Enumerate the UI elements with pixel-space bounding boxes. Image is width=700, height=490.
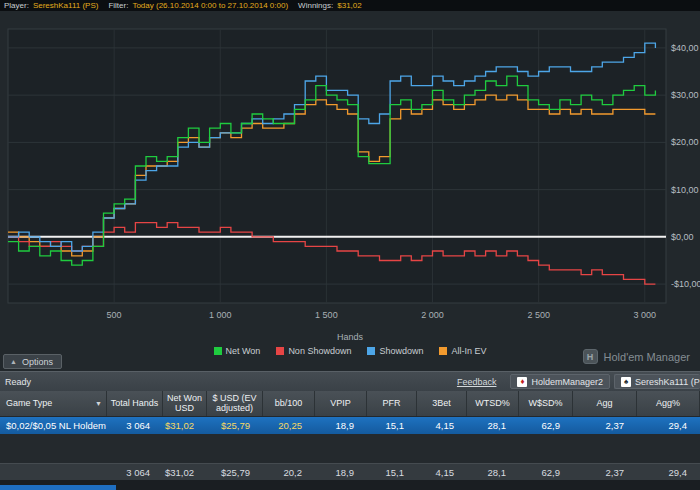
bottom-partial-row bbox=[0, 480, 700, 490]
x-axis-title: Hands bbox=[0, 331, 700, 343]
status-text: Ready bbox=[5, 377, 31, 387]
cell-wsd: 62,9 bbox=[519, 417, 573, 434]
legend-item-all-in-ev: All-In EV bbox=[439, 346, 486, 356]
status-bar: Ready Feedback ♦ HoldemManager2 ♠ Seresh… bbox=[0, 371, 700, 391]
cell-usd-ev-adjusted: $25,79 bbox=[207, 417, 263, 434]
y-tick-label: -$10,00 bbox=[671, 279, 700, 289]
column-header-usd-ev-adjusted[interactable]: $ USD (EV adjusted) bbox=[207, 391, 263, 416]
filter-value: Today (26.10.2014 0:00 to 27.10.2014 0:0… bbox=[132, 0, 288, 11]
table-header-row: Game Type ▼ Total Hands Net Won USD $ US… bbox=[0, 391, 700, 417]
summary-row: 3 064 $31,02 $25,79 20,2 18,9 15,1 4,15 … bbox=[0, 463, 700, 480]
x-tick-label: 2 000 bbox=[421, 310, 444, 320]
summary-usd-ev-adjusted: $25,79 bbox=[207, 464, 263, 481]
legend-label: Net Won bbox=[226, 346, 261, 356]
summary-agg-pct: 29,4 bbox=[637, 464, 700, 481]
column-header-bb100[interactable]: bb/100 bbox=[263, 391, 315, 416]
legend-item-showdown: Showdown bbox=[367, 346, 423, 356]
summary-bb100: 20,2 bbox=[263, 464, 315, 481]
x-tick-label: 1 000 bbox=[209, 310, 232, 320]
y-tick-label: $20,00 bbox=[671, 137, 699, 147]
holdem-manager-brand: H Hold'em Manager bbox=[583, 349, 690, 364]
cell-vpip: 18,9 bbox=[315, 417, 367, 434]
holdem-manager-window: Player: SereshKa111 (PS) Filter: Today (… bbox=[0, 0, 700, 490]
cell-agg: 2,37 bbox=[573, 417, 637, 434]
legend-swatch bbox=[439, 347, 447, 355]
cell-pfr: 15,1 bbox=[367, 417, 417, 434]
cell-wtsd: 28,1 bbox=[467, 417, 519, 434]
column-header-label: Game Type bbox=[6, 399, 52, 409]
x-tick-label: 500 bbox=[107, 310, 122, 320]
tab-label: SereshKa111 (P bbox=[635, 377, 700, 387]
taskbar-tab-player-report[interactable]: ♠ SereshKa111 (P bbox=[614, 374, 700, 389]
tab-label: HoldemManager2 bbox=[531, 377, 603, 387]
legend-item-net-won: Net Won bbox=[214, 346, 261, 356]
cell-total-hands: 3 064 bbox=[107, 417, 163, 434]
summary-total-hands: 3 064 bbox=[107, 464, 163, 481]
partial-selected-row bbox=[0, 485, 116, 490]
filter-label: Filter: bbox=[108, 0, 128, 11]
y-tick-label: $30,00 bbox=[671, 90, 699, 100]
results-graph-panel: 5001 0001 5002 0002 5003 000$40,00$30,00… bbox=[0, 11, 700, 371]
table-row-selected[interactable]: $0,02/$0,05 NL Holdem 3 064 $31,02 $25,7… bbox=[0, 417, 700, 434]
table-empty-area bbox=[0, 434, 700, 463]
column-header-agg-pct[interactable]: Agg% bbox=[637, 391, 700, 416]
column-header-net-won-usd[interactable]: Net Won USD bbox=[163, 391, 207, 416]
x-tick-label: 3 000 bbox=[634, 310, 657, 320]
y-tick-label: $40,00 bbox=[671, 43, 699, 53]
legend-item-non-showdown: Non Showdown bbox=[276, 346, 351, 356]
column-header-pfr[interactable]: PFR bbox=[367, 391, 417, 416]
summary-net-won-usd: $31,02 bbox=[163, 464, 207, 481]
column-header-wtsd[interactable]: WTSD% bbox=[467, 391, 519, 416]
brand-text: Hold'em Manager bbox=[604, 351, 690, 363]
winnings-label: Winnings: bbox=[298, 0, 333, 11]
legend-swatch bbox=[276, 347, 284, 355]
holdem-manager-logo-icon: H bbox=[583, 349, 598, 364]
column-header-total-hands[interactable]: Total Hands bbox=[107, 391, 163, 416]
y-tick-label: $10,00 bbox=[671, 185, 699, 195]
summary-vpip: 18,9 bbox=[315, 464, 367, 481]
summary-agg: 2,37 bbox=[573, 464, 637, 481]
winnings-value: $31,02 bbox=[337, 0, 361, 11]
cell-agg-pct: 29,4 bbox=[637, 417, 700, 434]
collapse-arrow-icon: ▲ bbox=[10, 358, 17, 365]
options-label: Options bbox=[22, 357, 53, 367]
taskbar-tab-hm2[interactable]: ♦ HoldemManager2 bbox=[510, 374, 610, 389]
legend-label: All-In EV bbox=[451, 346, 486, 356]
summary-3bet: 4,15 bbox=[417, 464, 467, 481]
filter-summary-bar: Player: SereshKa111 (PS) Filter: Today (… bbox=[0, 0, 700, 11]
plot-area bbox=[8, 29, 666, 303]
cell-3bet: 4,15 bbox=[417, 417, 467, 434]
x-tick-label: 1 500 bbox=[315, 310, 338, 320]
column-header-vpip[interactable]: VPIP bbox=[315, 391, 367, 416]
x-tick-label: 2 500 bbox=[527, 310, 550, 320]
player-value: SereshKa111 (PS) bbox=[33, 0, 99, 11]
summary-wtsd: 28,1 bbox=[467, 464, 519, 481]
player-label: Player: bbox=[4, 0, 29, 11]
cell-net-won-usd: $31,02 bbox=[163, 417, 207, 434]
cell-game-type: $0,02/$0,05 NL Holdem bbox=[0, 417, 107, 434]
column-header-agg[interactable]: Agg bbox=[573, 391, 637, 416]
player-report-icon: ♠ bbox=[621, 377, 631, 387]
winnings-chart: 5001 0001 5002 0002 5003 000$40,00$30,00… bbox=[0, 11, 700, 331]
hm2-app-icon: ♦ bbox=[517, 377, 527, 387]
y-tick-label: $0,00 bbox=[671, 232, 694, 242]
legend-label: Showdown bbox=[379, 346, 423, 356]
column-header-3bet[interactable]: 3Bet bbox=[417, 391, 467, 416]
feedback-link[interactable]: Feedback bbox=[457, 377, 497, 387]
column-header-game-type[interactable]: Game Type ▼ bbox=[0, 391, 107, 416]
legend-swatch bbox=[214, 347, 222, 355]
summary-wsd: 62,9 bbox=[519, 464, 573, 481]
options-button[interactable]: ▲ Options bbox=[3, 354, 62, 369]
cell-bb100: 20,25 bbox=[263, 417, 315, 434]
legend-swatch bbox=[367, 347, 375, 355]
stats-table: Game Type ▼ Total Hands Net Won USD $ US… bbox=[0, 391, 700, 490]
summary-pfr: 15,1 bbox=[367, 464, 417, 481]
legend-label: Non Showdown bbox=[288, 346, 351, 356]
dropdown-arrow-icon: ▼ bbox=[95, 400, 102, 408]
column-header-wsd[interactable]: W$SD% bbox=[519, 391, 573, 416]
